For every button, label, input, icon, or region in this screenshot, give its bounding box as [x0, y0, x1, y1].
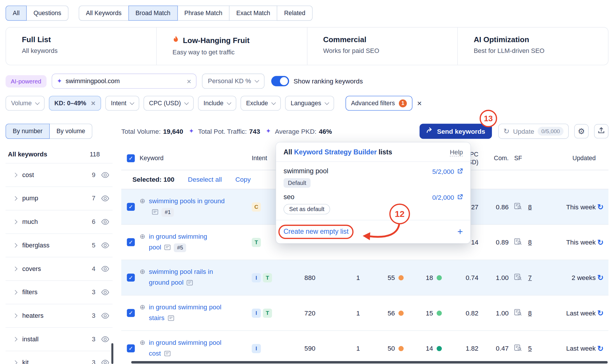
sidebar-item-much[interactable]: much 6	[6, 210, 113, 234]
keyword-search-box[interactable]: ✦ ×	[51, 74, 196, 89]
add-keyword-icon[interactable]: ⊕	[140, 196, 145, 218]
personal-kd-dropdown[interactable]: Personal KD %	[202, 74, 265, 89]
serp-preview-icon[interactable]	[514, 344, 522, 353]
serp-page-icon[interactable]	[164, 349, 170, 360]
tab-exact-match[interactable]: Exact Match	[229, 6, 277, 21]
send-keywords-button[interactable]: Send keywords	[420, 124, 492, 139]
sf-count-link[interactable]: 8	[528, 203, 532, 210]
serp-page-icon[interactable]	[187, 278, 193, 289]
add-keyword-icon[interactable]: ⊕	[140, 337, 145, 360]
add-keyword-icon[interactable]: ⊕	[140, 302, 145, 324]
tab-all[interactable]: All	[6, 6, 27, 21]
refresh-row-icon[interactable]: ↻	[597, 308, 608, 317]
eye-icon[interactable]	[101, 313, 109, 319]
list-name[interactable]: seo	[283, 193, 294, 201]
eye-icon[interactable]	[101, 219, 109, 225]
keyword-link[interactable]: swimming pool rails in ground pool	[149, 268, 213, 286]
sidebar-scrollbar[interactable]	[111, 343, 113, 364]
card-full-list[interactable]: Full List All keywords	[6, 27, 156, 65]
card-low-hanging-fruit[interactable]: Low-Hanging Fruit Easy way to get traffi…	[156, 27, 307, 65]
sf-count-link[interactable]: 5	[528, 345, 532, 352]
tab-by-volume[interactable]: By volume	[49, 124, 92, 139]
filter-volume[interactable]: Volume	[6, 96, 44, 111]
sidebar-item-filters[interactable]: filters 3	[6, 281, 113, 304]
export-button[interactable]	[594, 124, 608, 138]
eye-icon[interactable]	[101, 360, 109, 364]
add-list-icon[interactable]: +	[457, 227, 463, 237]
serp-preview-icon[interactable]	[514, 238, 522, 247]
sidebar-item-kit[interactable]: kit 3	[6, 351, 113, 364]
list-count-link[interactable]: 0/2,000	[432, 193, 463, 201]
settings-button[interactable]: ⚙	[574, 124, 588, 138]
tab-related[interactable]: Related	[277, 6, 313, 21]
filter-advanced[interactable]: Advanced filters 1	[345, 96, 412, 111]
serp-page-icon[interactable]	[168, 313, 174, 324]
tab-questions[interactable]: Questions	[26, 6, 69, 21]
card-ai-optimization[interactable]: AI Optimization Best for LLM-driven SEO	[457, 27, 608, 65]
list-count-link[interactable]: 5/2,000	[432, 168, 463, 175]
col-header-com[interactable]: Com.	[480, 154, 510, 162]
row-checkbox[interactable]: ✓	[127, 238, 135, 246]
sidebar-item-cost[interactable]: cost 9	[6, 163, 113, 187]
search-input[interactable]	[66, 78, 183, 85]
keyword-link[interactable]: swimming pools in ground	[149, 197, 225, 204]
card-commercial[interactable]: Commercial Works for paid SEO	[307, 27, 457, 65]
update-button[interactable]: ↻ Update 0/5,000	[498, 124, 569, 139]
eye-icon[interactable]	[101, 242, 109, 249]
sidebar-item-heaters[interactable]: heaters 3	[6, 304, 113, 328]
col-header-updated[interactable]: Updated	[545, 154, 597, 162]
remove-kd-filter-icon[interactable]: ×	[91, 99, 95, 107]
sf-count-link[interactable]: 7	[528, 274, 532, 281]
eye-icon[interactable]	[101, 289, 109, 295]
row-checkbox[interactable]: ✓	[127, 309, 135, 317]
row-checkbox[interactable]: ✓	[127, 345, 135, 352]
sidebar-item-covers[interactable]: covers 4	[6, 257, 113, 281]
help-link[interactable]: Help	[450, 149, 463, 156]
tab-by-number[interactable]: By number	[6, 124, 50, 139]
filter-cpc[interactable]: CPC (USD)	[143, 96, 193, 111]
tab-broad-match[interactable]: Broad Match	[128, 6, 177, 21]
add-keyword-icon[interactable]: ⊕	[140, 231, 145, 254]
filter-kd-active[interactable]: KD: 0–49% ×	[49, 96, 101, 111]
sidebar-item-fiberglass[interactable]: fiberglass 5	[6, 234, 113, 257]
list-name[interactable]: swimming pool	[283, 167, 328, 175]
keyword-link[interactable]: in ground swimming pool stairs	[149, 304, 222, 322]
filter-exclude[interactable]: Exclude	[240, 96, 281, 111]
sf-count-link[interactable]: 8	[528, 309, 532, 317]
serp-preview-icon[interactable]	[514, 273, 522, 282]
serp-preview-icon[interactable]	[514, 309, 522, 317]
tab-phrase-match[interactable]: Phrase Match	[177, 6, 229, 21]
row-checkbox[interactable]: ✓	[127, 274, 135, 281]
add-keyword-icon[interactable]: ⊕	[140, 266, 145, 289]
refresh-row-icon[interactable]: ↻	[597, 202, 608, 211]
sf-count-link[interactable]: 8	[528, 238, 532, 246]
create-new-empty-list-link[interactable]: Create new empty list	[283, 228, 349, 235]
show-ranking-keywords-toggle[interactable]	[271, 76, 289, 86]
refresh-row-icon[interactable]: ↻	[597, 273, 608, 282]
keyword-link[interactable]: in ground swimming pool cost	[149, 339, 222, 357]
serp-page-icon[interactable]	[165, 242, 171, 253]
deselect-all-link[interactable]: Deselect all	[188, 176, 222, 183]
eye-icon[interactable]	[101, 172, 109, 178]
sidebar-item-install[interactable]: install 3	[6, 328, 113, 351]
table-horizontal-scrollbar[interactable]	[131, 361, 608, 363]
filter-languages[interactable]: Languages	[285, 96, 334, 111]
col-header-keyword[interactable]: Keyword	[140, 154, 252, 162]
tab-all-keywords[interactable]: All Keywords	[79, 6, 129, 21]
row-checkbox[interactable]: ✓	[127, 203, 135, 211]
eye-icon[interactable]	[101, 336, 109, 342]
strategy-builder-link[interactable]: Keyword Strategy Builder	[294, 148, 377, 156]
refresh-row-icon[interactable]: ↻	[597, 238, 608, 247]
col-header-sf[interactable]: SF	[510, 154, 545, 162]
copy-link[interactable]: Copy	[235, 176, 251, 183]
all-keywords-row[interactable]: All keywords 118	[6, 145, 113, 163]
remove-advanced-filters-icon[interactable]: ×	[417, 99, 422, 107]
refresh-row-icon[interactable]: ↻	[597, 344, 608, 353]
eye-icon[interactable]	[101, 195, 109, 202]
clear-search-icon[interactable]: ×	[187, 77, 191, 85]
serp-preview-icon[interactable]	[514, 203, 522, 211]
serp-page-icon[interactable]	[152, 207, 158, 218]
set-as-default-button[interactable]: Set as default	[283, 204, 330, 215]
sidebar-item-pump[interactable]: pump 7	[6, 187, 113, 210]
filter-include[interactable]: Include	[198, 96, 236, 111]
